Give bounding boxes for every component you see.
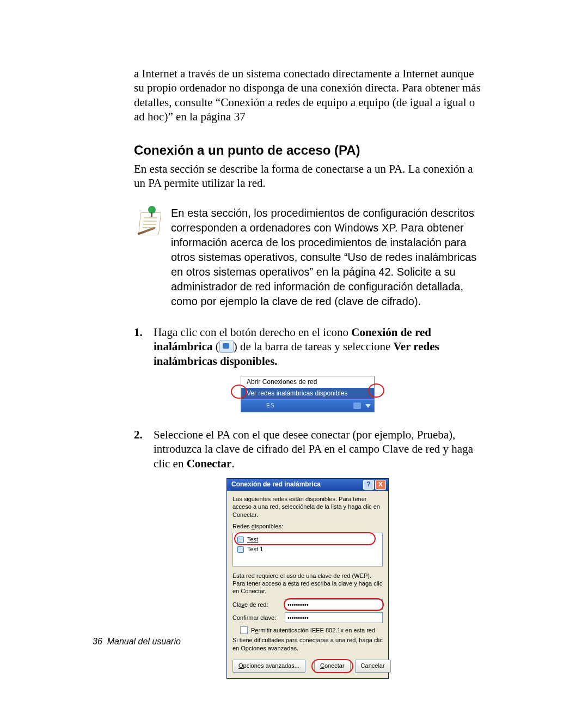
dialog-titlebar: Conexión de red inalámbrica ? X: [227, 479, 388, 491]
note-icon: [134, 206, 164, 236]
accelerator: O: [238, 662, 243, 670]
callout-ellipse-icon: [231, 385, 247, 399]
intro-paragraph: a Internet a través de un sistema conect…: [134, 66, 481, 124]
step-1: 1. Haga clic con el botón derecho en el …: [134, 325, 481, 369]
text: rmitir autenticación IEEE 802.1x en esta…: [258, 627, 375, 633]
context-menu: Abrir Conexiones de red Ver redes inalám…: [241, 376, 375, 400]
bold-text: Conectar: [187, 457, 232, 470]
ieee-checkbox[interactable]: [240, 626, 248, 634]
ieee-label: Permitir autenticación IEEE 802.1x en es…: [251, 627, 375, 635]
callout-ellipse-icon: [311, 659, 353, 673]
close-button[interactable]: X: [375, 480, 386, 490]
step-number: 1.: [134, 325, 154, 369]
connect-button[interactable]: Conectar: [314, 660, 351, 673]
note-text: En esta sección, los procedimientos de c…: [171, 206, 481, 309]
wireless-connection-dialog: Conexión de red inalámbrica ? X Las sigu…: [226, 478, 389, 679]
ordered-steps: 1. Haga clic con el botón derecho en el …: [134, 325, 481, 679]
ieee-row: Permitir autenticación IEEE 802.1x en es…: [240, 626, 383, 634]
taskbar: ES: [241, 400, 375, 412]
confirm-key-input[interactable]: ••••••••••: [285, 612, 383, 623]
heading-paragraph: En esta sección se describe la forma de …: [134, 162, 481, 191]
menu-item-view-networks[interactable]: Ver redes inalámbricas disponibles: [241, 388, 374, 399]
text: Haga clic con el botón derecho en el ico…: [154, 326, 351, 339]
tray-expand-icon: [365, 404, 371, 408]
step-number: 2.: [134, 428, 154, 471]
network-item-test1[interactable]: Test 1: [235, 545, 380, 554]
networks-listbox[interactable]: Test Test 1: [232, 533, 383, 566]
text: Cla: [232, 601, 242, 608]
tray-icon: [353, 403, 361, 409]
network-icon: [237, 546, 244, 553]
menu-item-open-connections[interactable]: Abrir Conexiones de red: [241, 376, 374, 388]
text: (: [213, 340, 219, 353]
footer-title: Manual del usuario: [107, 637, 181, 646]
dialog-body: Las siguientes redes están disponibles. …: [227, 491, 388, 678]
available-networks-label: Redes disponibles:: [232, 523, 383, 531]
text: ) de la barra de tareas y seleccione: [234, 340, 394, 353]
network-key-input[interactable]: ••••••••••: [285, 599, 383, 610]
key-row: Clave de red: ••••••••••: [232, 599, 383, 610]
page-footer: 36 Manual del usuario: [93, 636, 181, 647]
page-number: 36: [93, 637, 102, 646]
masked-value: ••••••••••: [287, 614, 309, 622]
figure-context-menu: Abrir Conexiones de red Ver redes inalám…: [134, 376, 481, 412]
callout-ellipse-icon: [234, 532, 376, 545]
section-heading: Conexión a un punto de acceso (PA): [134, 142, 481, 159]
button-row: Opciones avanzadas... Conectar Cancelar: [232, 660, 383, 673]
text: e de red:: [244, 601, 268, 608]
cancel-button[interactable]: Cancelar: [355, 660, 391, 673]
help-button[interactable]: ?: [363, 480, 374, 490]
close-icon: X: [378, 481, 383, 489]
note-block: En esta sección, los procedimientos de c…: [134, 206, 481, 309]
confirm-row: Confirmar clave: ••••••••••: [232, 612, 383, 623]
document-page: a Internet a través de un sistema conect…: [0, 0, 588, 713]
step-body: Haga clic con el botón derecho en el ico…: [154, 325, 481, 369]
confirm-label: Confirmar clave:: [232, 614, 285, 622]
content-area: a Internet a través de un sistema conect…: [134, 66, 481, 679]
wep-note: Esta red requiere el uso de una clave de…: [232, 572, 383, 595]
language-indicator: ES: [266, 403, 274, 410]
key-label: Clave de red:: [232, 601, 285, 609]
button-label: Cancelar: [361, 662, 385, 670]
step-body: Seleccione el PA con el que desee conect…: [154, 428, 481, 471]
dialog-intro: Las siguientes redes están disponibles. …: [232, 495, 383, 519]
wireless-tray-icon: [219, 340, 234, 353]
step-2: 2. Seleccione el PA con el que desee con…: [134, 428, 481, 471]
network-name: Test 1: [247, 546, 263, 553]
trouble-note: Si tiene dificultades para conectarse a …: [232, 636, 383, 652]
dialog-title: Conexión de red inalámbrica: [229, 480, 362, 489]
figure-dialog: Conexión de red inalámbrica ? X Las sigu…: [134, 478, 481, 679]
masked-value: ••••••••••: [287, 601, 309, 609]
text: Redes: [232, 523, 252, 529]
button-label: pciones avanzadas...: [243, 662, 299, 670]
advanced-options-button[interactable]: Opciones avanzadas...: [232, 660, 305, 673]
text: isponibles:: [255, 523, 283, 529]
callout-ellipse-icon: [368, 383, 384, 398]
text: .: [231, 457, 234, 470]
